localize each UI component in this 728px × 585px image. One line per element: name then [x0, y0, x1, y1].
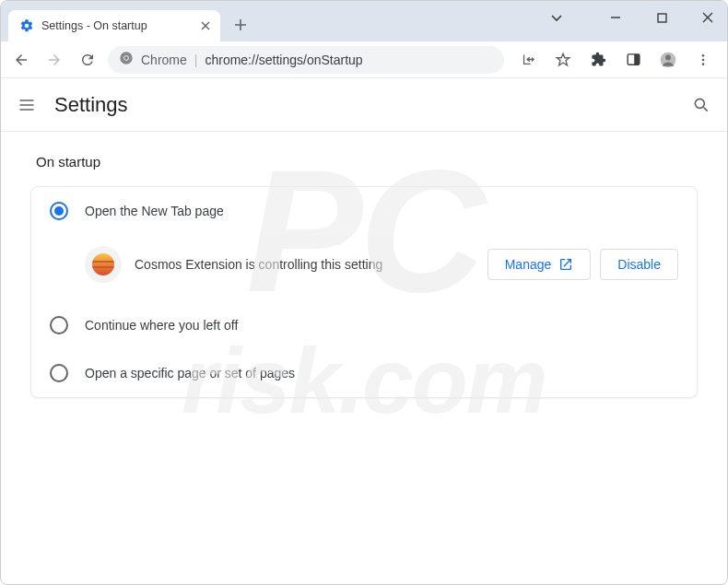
option-label: Open a specific page or set of pages	[85, 366, 295, 380]
disable-button-label: Disable	[617, 257, 661, 272]
settings-content: On startup Open the New Tab page Cosmos …	[1, 132, 727, 420]
svg-rect-5	[634, 54, 640, 64]
side-panel-icon[interactable]	[620, 47, 646, 73]
search-icon[interactable]	[692, 96, 710, 114]
option-label: Open the New Tab page	[85, 204, 224, 218]
svg-point-10	[702, 63, 705, 65]
svg-rect-0	[658, 14, 666, 22]
tab-close-icon[interactable]	[198, 18, 213, 33]
window-close-button[interactable]	[694, 6, 722, 29]
cosmos-extension-icon	[92, 253, 114, 275]
new-tab-button[interactable]	[228, 12, 253, 38]
section-title: On startup	[30, 154, 698, 170]
radio-unchecked-icon[interactable]	[50, 364, 68, 382]
option-continue[interactable]: Continue where you left off	[31, 301, 697, 349]
window-controls	[543, 6, 722, 29]
extension-control-notice: Cosmos Extension is controlling this set…	[31, 235, 697, 301]
tab-title: Settings - On startup	[41, 19, 191, 32]
window-titlebar: Settings - On startup	[1, 1, 727, 41]
manage-extension-button[interactable]: Manage	[487, 249, 592, 280]
forward-button	[41, 47, 67, 73]
option-specific-pages[interactable]: Open a specific page or set of pages	[31, 349, 697, 397]
reload-button[interactable]	[75, 47, 100, 73]
tab-search-chevron-icon[interactable]	[543, 6, 570, 29]
svg-point-9	[702, 58, 705, 61]
manage-button-label: Manage	[505, 257, 552, 272]
startup-options-card: Open the New Tab page Cosmos Extension i…	[30, 186, 698, 398]
chrome-product-icon	[119, 51, 134, 68]
svg-point-11	[695, 99, 704, 108]
share-icon[interactable]	[515, 47, 541, 73]
profile-avatar-icon[interactable]	[655, 47, 681, 73]
page-title: Settings	[54, 93, 674, 117]
back-button[interactable]	[8, 47, 34, 73]
svg-point-7	[665, 54, 671, 60]
hamburger-menu-icon[interactable]	[18, 96, 36, 114]
settings-app-bar: Settings	[1, 78, 727, 132]
address-bar[interactable]: Chrome | chrome://settings/onStartup	[108, 46, 504, 74]
radio-unchecked-icon[interactable]	[50, 316, 68, 334]
window-minimize-button[interactable]	[602, 6, 629, 29]
extensions-puzzle-icon[interactable]	[585, 47, 611, 73]
bookmark-star-icon[interactable]	[550, 47, 576, 73]
window-maximize-button[interactable]	[648, 6, 675, 29]
option-open-new-tab[interactable]: Open the New Tab page	[31, 187, 697, 235]
disable-extension-button[interactable]: Disable	[600, 249, 678, 280]
svg-point-8	[702, 54, 705, 57]
radio-checked-icon[interactable]	[50, 202, 68, 220]
settings-gear-icon	[19, 18, 34, 33]
open-in-new-icon	[558, 257, 573, 272]
browser-toolbar: Chrome | chrome://settings/onStartup	[1, 41, 727, 78]
omnibox-scheme-label: Chrome	[141, 53, 187, 67]
omnibox-url: chrome://settings/onStartup	[205, 53, 362, 67]
toolbar-right-icons	[511, 47, 720, 73]
extension-icon-wrap	[85, 246, 122, 283]
chrome-menu-icon[interactable]	[690, 47, 716, 73]
extension-message: Cosmos Extension is controlling this set…	[135, 257, 475, 272]
option-label: Continue where you left off	[85, 318, 238, 333]
svg-point-3	[124, 56, 128, 60]
browser-tab[interactable]: Settings - On startup	[8, 10, 220, 41]
